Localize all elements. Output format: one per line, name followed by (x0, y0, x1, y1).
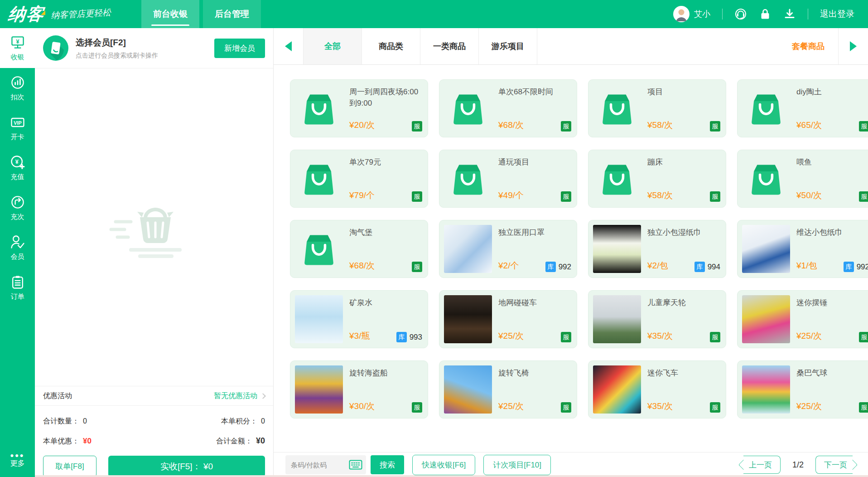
more-dots-icon: ••• (10, 453, 24, 458)
svg-text:VIP: VIP (14, 120, 21, 126)
product-badge: 服 (561, 121, 571, 131)
product-title: 单次68不限时间 (498, 87, 571, 98)
product-card[interactable]: 独立医用口罩 ¥2/个 库 992 (439, 220, 577, 278)
product-badge: 服 (561, 332, 571, 342)
product-card[interactable]: 项目 ¥58/次 服 (588, 79, 726, 137)
product-card[interactable]: diy陶土 ¥65/次 服 (737, 79, 868, 137)
product-title: 蹦床 (647, 157, 720, 168)
product-badge: 服 (561, 402, 571, 413)
order-discount: 本单优惠： ¥0 (43, 437, 154, 446)
category-tab-rides[interactable]: 游乐项目 (479, 28, 537, 64)
sidebar-item-label: 开卡 (11, 133, 24, 141)
member-select-subtitle: 点击进行会员搜索或刷卡操作 (76, 52, 158, 60)
product-card[interactable]: 单次79元 ¥79/个 服 (290, 150, 428, 208)
product-card[interactable]: 桑巴气球 ¥25/次 服 (737, 360, 868, 419)
sidebar-item-recharge[interactable]: ¥ 充值 (0, 148, 35, 188)
sidebar-item-member[interactable]: 会员 (0, 228, 35, 268)
order-discount-label: 本单优惠： (43, 437, 79, 446)
product-badge: 服 (412, 121, 422, 131)
search-button[interactable]: 搜索 (371, 455, 404, 474)
product-badge: 库 (844, 262, 854, 272)
product-title: 维达小包纸巾 (796, 227, 868, 238)
product-stock: 992 (857, 263, 868, 272)
next-page-button[interactable]: 下一页 (815, 456, 853, 474)
sidebar-item-vip-card[interactable]: VIP 开卡 (0, 108, 35, 148)
total-amount-value: ¥0 (256, 436, 265, 446)
sidebar-item-more[interactable]: ••• 更多 (0, 444, 35, 477)
empty-cart-area (35, 68, 273, 386)
product-card[interactable]: 独立小包湿纸巾 ¥2/包 库 994 (588, 220, 726, 278)
download-icon[interactable] (783, 8, 796, 20)
member-icon (10, 234, 26, 250)
shopping-bag-icon (746, 159, 786, 199)
category-tab-all[interactable]: 全部 (304, 28, 362, 64)
order-discount-value: ¥0 (83, 437, 92, 446)
product-badges: 服 (561, 121, 571, 131)
lock-icon[interactable] (759, 8, 772, 20)
product-badge: 服 (859, 191, 868, 202)
sidebar-item-cashier[interactable]: ¥ 收银 (0, 28, 35, 68)
sidebar-item-recharge-count[interactable]: 充次 (0, 188, 35, 228)
arrow-right-icon (850, 41, 857, 51)
product-price: ¥25/次 (498, 330, 524, 342)
sidebar-item-label: 充次 (11, 213, 24, 221)
count-project-button[interactable]: 计次项目[F10] (483, 455, 551, 475)
cashier-icon: ¥ (10, 34, 26, 51)
logout-button[interactable]: 退出登录 (820, 8, 854, 20)
category-scroll-left-button[interactable] (274, 28, 304, 64)
product-image (742, 155, 790, 203)
product-card[interactable]: 蹦床 ¥58/次 服 (588, 150, 726, 208)
keyboard-icon[interactable] (349, 460, 362, 470)
product-price: ¥35/次 (647, 400, 673, 412)
product-card[interactable]: 迷你飞车 ¥35/次 服 (588, 360, 726, 419)
category-tab-goods[interactable]: 商品类 (362, 28, 420, 64)
avatar (673, 6, 690, 22)
bumper-car-photo (444, 295, 492, 343)
prev-page-button[interactable]: 上一页 (743, 456, 781, 474)
product-price: ¥1/包 (796, 260, 817, 272)
category-bar: 全部 商品类 一类商品 游乐项目 套餐商品 (274, 28, 868, 65)
product-image (742, 84, 790, 132)
member-select-header[interactable]: 选择会员[F2] 点击进行会员搜索或刷卡操作 新增会员 (35, 28, 273, 68)
product-card[interactable]: 迷你摆锤 ¥25/次 服 (737, 290, 868, 348)
product-title: 迷你飞车 (647, 368, 720, 379)
add-member-button[interactable]: 新增会员 (214, 39, 265, 58)
product-badge: 服 (710, 121, 720, 131)
product-card[interactable]: 淘气堡 ¥68/次 服 (290, 220, 428, 278)
product-card[interactable]: 单次68不限时间 ¥68/次 服 (439, 79, 577, 137)
arrow-left-icon (285, 41, 292, 51)
tab-backend-manage[interactable]: 后台管理 (203, 0, 261, 28)
totals-section: 合计数量： 0 本单积分： 0 本单优惠： ¥0 合计金额： ¥ (35, 406, 273, 454)
product-card[interactable]: 周一到周四夜场6:00到9:00 ¥20/次 服 (290, 79, 428, 137)
product-card[interactable]: 维达小包纸巾 ¥1/包 库 992 (737, 220, 868, 278)
product-title: 周一到周四夜场6:00到9:00 (349, 87, 422, 109)
product-card[interactable]: 矿泉水 ¥3/瓶 库 993 (290, 290, 428, 348)
product-card[interactable]: 旋转飞椅 ¥25/次 服 (439, 360, 577, 419)
user-account[interactable]: 艾小 (673, 6, 710, 22)
product-price: ¥58/次 (647, 190, 673, 201)
promo-value-link[interactable]: 暂无优惠活动 (214, 391, 265, 401)
product-card[interactable]: 儿童摩天轮 ¥35/次 服 (588, 290, 726, 348)
checkout-button[interactable]: 实收[F5]： ¥0 (108, 456, 265, 477)
sidebar-item-deduct-count[interactable]: 扣次 (0, 68, 35, 108)
total-amount: 合计金额： ¥0 (154, 436, 265, 446)
product-card[interactable]: 喂鱼 ¥50/次 服 (737, 150, 868, 208)
order-points-label: 本单积分： (221, 417, 257, 426)
total-qty-label: 合计数量： (43, 417, 79, 426)
shopping-bag-icon (448, 159, 488, 199)
category-scroll-right-button[interactable] (838, 28, 868, 64)
sidebar-item-order[interactable]: 订单 (0, 268, 35, 307)
catalog-main: 全部 商品类 一类商品 游乐项目 套餐商品 (274, 28, 868, 477)
tab-front-cashier[interactable]: 前台收银 (141, 0, 199, 28)
category-tab-class1[interactable]: 一类商品 (420, 28, 479, 64)
product-card[interactable]: 通玩项目 ¥49/个 服 (439, 150, 577, 208)
customer-service-icon[interactable] (734, 8, 747, 20)
hold-order-button[interactable]: 取单[F8] (43, 456, 96, 477)
product-card[interactable]: 地网碰碰车 ¥25/次 服 (439, 290, 577, 348)
barcode-input[interactable] (291, 461, 349, 469)
combo-products-link[interactable]: 套餐商品 (778, 28, 838, 64)
product-card[interactable]: 旋转海盗船 ¥30/次 服 (290, 360, 428, 419)
promo-value: 暂无优惠活动 (214, 391, 257, 401)
quick-cashier-button[interactable]: 快速收银[F6] (412, 455, 475, 475)
logo-tagline: 纳客管店更轻松 (50, 7, 111, 22)
